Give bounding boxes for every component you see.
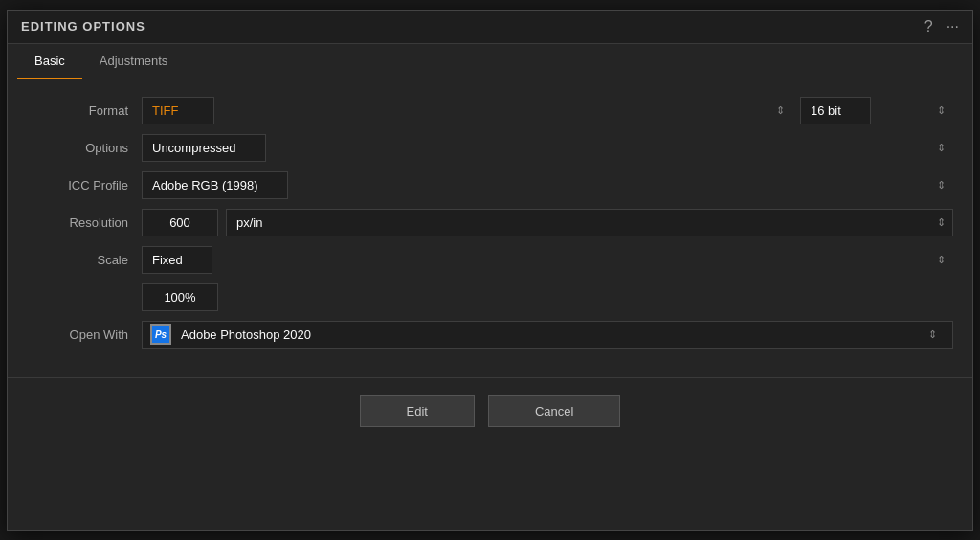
photoshop-icon: Ps — [150, 324, 171, 345]
bit-depth-select[interactable]: 16 bit 8 bit 32 bit — [800, 97, 871, 124]
format-select[interactable]: TIFF JPEG PNG PSD — [142, 97, 214, 124]
scale-percent-controls — [142, 283, 953, 311]
format-label: Format — [27, 103, 142, 118]
options-select-wrap: Uncompressed LZW ZIP JPEG — [142, 134, 953, 162]
resolution-label: Resolution — [27, 215, 142, 230]
format-controls: TIFF JPEG PNG PSD 16 bit 8 bit 32 bit — [142, 97, 953, 124]
open-with-container: Ps Adobe Photoshop 2020 Adobe Photoshop … — [142, 321, 953, 349]
format-select-wrap: TIFF JPEG PNG PSD — [142, 97, 792, 124]
icc-profile-label: ICC Profile — [27, 178, 142, 192]
scale-percent-input[interactable] — [142, 283, 218, 311]
edit-button[interactable]: Edit — [360, 395, 475, 427]
scale-label: Scale — [27, 253, 142, 267]
form-content: Format TIFF JPEG PNG PSD 16 bit 8 bit 32… — [8, 79, 972, 377]
cancel-button[interactable]: Cancel — [488, 395, 620, 427]
title-bar: EDITING OPTIONS ? ··· — [8, 11, 972, 44]
tabs-bar: Basic Adjustments — [8, 44, 972, 79]
scale-percent-row — [27, 283, 953, 311]
icc-profile-row: ICC Profile Adobe RGB (1998) sRGB ProPho… — [27, 171, 953, 199]
open-with-row: Open With Ps Adobe Photoshop 2020 Adobe … — [27, 321, 953, 349]
format-row: Format TIFF JPEG PNG PSD 16 bit 8 bit 32… — [27, 97, 953, 124]
options-label: Options — [27, 141, 142, 155]
options-select[interactable]: Uncompressed LZW ZIP JPEG — [142, 134, 266, 162]
icc-profile-select[interactable]: Adobe RGB (1998) sRGB ProPhoto RGB — [142, 171, 288, 199]
resolution-row: Resolution px/in px/cm — [27, 209, 953, 236]
open-with-select-wrap: Adobe Photoshop 2020 Adobe Photoshop CC … — [177, 322, 945, 348]
menu-icon[interactable]: ··· — [947, 18, 959, 35]
editing-options-dialog: EDITING OPTIONS ? ··· Basic Adjustments … — [7, 10, 973, 531]
resolution-input[interactable] — [142, 209, 218, 236]
open-with-select[interactable]: Adobe Photoshop 2020 Adobe Photoshop CC … — [177, 322, 945, 348]
scale-select-wrap: Fixed Fit Fill — [142, 246, 953, 274]
scale-select[interactable]: Fixed Fit Fill — [142, 246, 212, 274]
options-controls: Uncompressed LZW ZIP JPEG — [142, 134, 953, 162]
options-row: Options Uncompressed LZW ZIP JPEG — [27, 134, 953, 162]
open-with-label: Open With — [27, 327, 142, 342]
scale-row: Scale Fixed Fit Fill — [27, 246, 953, 274]
bit-depth-select-wrap: 16 bit 8 bit 32 bit — [800, 97, 953, 124]
unit-select-wrap: px/in px/cm — [226, 209, 953, 236]
tab-basic[interactable]: Basic — [17, 44, 82, 79]
help-icon[interactable]: ? — [924, 18, 933, 35]
tab-adjustments[interactable]: Adjustments — [82, 44, 186, 79]
title-bar-icons: ? ··· — [924, 18, 959, 35]
unit-select[interactable]: px/in px/cm — [226, 209, 953, 236]
icc-profile-select-wrap: Adobe RGB (1998) sRGB ProPhoto RGB — [142, 171, 953, 199]
icc-profile-controls: Adobe RGB (1998) sRGB ProPhoto RGB — [142, 171, 953, 199]
dialog-title: EDITING OPTIONS — [21, 19, 145, 34]
open-with-controls: Ps Adobe Photoshop 2020 Adobe Photoshop … — [142, 321, 953, 349]
scale-controls: Fixed Fit Fill — [142, 246, 953, 274]
resolution-controls: px/in px/cm — [142, 209, 953, 236]
footer: Edit Cancel — [8, 378, 972, 446]
